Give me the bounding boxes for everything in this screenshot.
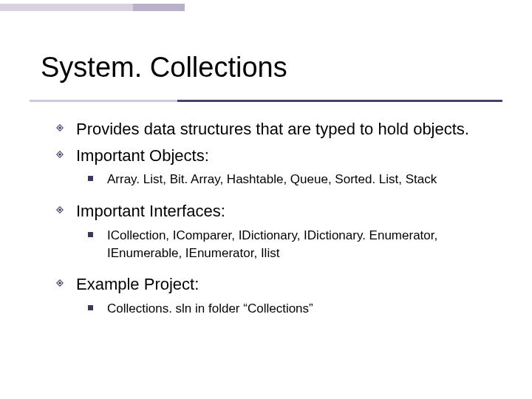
diamond-bullet-icon [55, 279, 64, 287]
bullet-item: Example Project: [55, 273, 495, 296]
diamond-bullet-icon [55, 205, 64, 214]
square-bullet-icon [88, 176, 93, 181]
underline-light [30, 100, 177, 102]
sub-bullet-item: ICollection, IComparer, IDictionary, IDi… [88, 227, 495, 262]
underline-dark [177, 100, 502, 102]
title-underline [30, 100, 502, 102]
square-bullet-icon [88, 305, 93, 310]
slide-title: System. Collections [41, 52, 287, 83]
bullet-text: Example Project: [76, 275, 199, 293]
sub-bullet-item: Array. List, Bit. Array, Hashtable, Queu… [88, 171, 495, 188]
diamond-bullet-icon [55, 150, 64, 159]
diamond-bullet-icon [55, 123, 64, 132]
sub-bullet-text: ICollection, IComparer, IDictionary, IDi… [107, 228, 437, 260]
top-accent-strip [0, 4, 532, 11]
bullet-text: Important Objects: [76, 146, 209, 165]
bullet-item: Important Interfaces: [55, 200, 495, 222]
bullet-item: Provides data structures that are typed … [55, 118, 495, 140]
sub-bullet-item: Collections. sln in folder “Collections” [88, 300, 495, 318]
slide: System. Collections Provides data struct… [0, 0, 532, 399]
sub-bullet-text: Collections. sln in folder “Collections” [107, 301, 313, 316]
strip-segment [133, 4, 185, 11]
bullet-text: Important Interfaces: [76, 202, 225, 220]
square-bullet-icon [88, 232, 93, 237]
strip-segment [185, 4, 532, 11]
sub-bullet-text: Array. List, Bit. Array, Hashtable, Queu… [107, 172, 437, 186]
bullet-item: Important Objects: [55, 145, 495, 167]
slide-body: Provides data structures that are typed … [55, 118, 495, 330]
strip-segment [0, 4, 133, 11]
bullet-text: Provides data structures that are typed … [76, 120, 469, 138]
